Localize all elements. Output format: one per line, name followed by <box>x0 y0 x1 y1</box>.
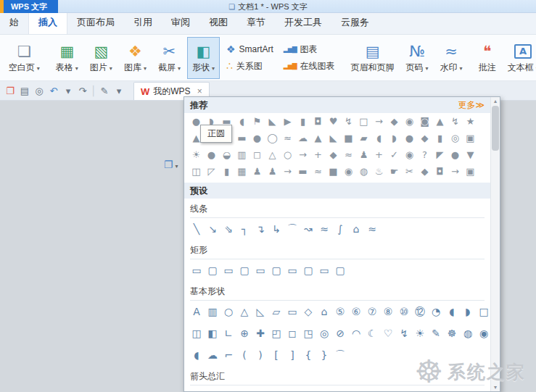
shape-icon[interactable]: ▭ <box>284 262 300 279</box>
shape-icon[interactable]: ▣ <box>463 164 478 179</box>
tab-section[interactable]: 章节 <box>237 12 275 34</box>
watermark-button[interactable]: ≈ 水印▾ <box>435 37 468 79</box>
shape-icon[interactable]: ⑩ <box>396 303 412 320</box>
shape-icon[interactable]: ∫ <box>332 220 348 238</box>
shape-icon[interactable]: ◖ <box>234 114 250 129</box>
shape-icon[interactable]: ◫ <box>189 164 204 179</box>
shape-icon[interactable]: ⇦ <box>205 388 220 391</box>
shape-icon[interactable]: ◖ <box>444 303 460 320</box>
shape-icon[interactable]: ◍ <box>460 325 476 342</box>
shape-icon[interactable]: ◧ <box>205 325 220 342</box>
shape-icon[interactable]: ⇧ <box>220 388 236 391</box>
shape-icon[interactable]: ★ <box>463 114 478 129</box>
shape-icon[interactable]: ╲ <box>189 220 205 238</box>
shape-icon[interactable]: ◗ <box>460 303 476 320</box>
shape-icon[interactable]: ◉ <box>402 147 417 162</box>
shape-icon[interactable]: ▣ <box>463 130 478 146</box>
shape-icon[interactable]: ↳ <box>268 220 284 238</box>
shape-icon[interactable]: ◻ <box>284 325 300 342</box>
shape-icon[interactable]: ◖ <box>189 346 205 364</box>
shape-icon[interactable]: ▢ <box>268 262 284 279</box>
shape-icon[interactable]: ● <box>204 147 219 162</box>
shape-icon[interactable]: ◇ <box>300 303 316 320</box>
scrollbar-thumb[interactable] <box>492 106 499 151</box>
shape-icon[interactable]: ■ <box>326 164 341 179</box>
shape-icon[interactable]: ▢ <box>332 262 348 279</box>
tab-home-partial[interactable]: 始 <box>0 12 28 34</box>
shape-icon[interactable]: ◘ <box>432 164 448 179</box>
shape-icon[interactable]: ◻ <box>250 147 265 162</box>
shape-icon[interactable]: ⑧ <box>380 303 396 320</box>
comment-button[interactable]: ❝ 批注 <box>474 37 501 79</box>
shape-icon[interactable]: ▲ <box>310 130 326 146</box>
shape-icon[interactable]: △ <box>265 147 280 162</box>
shape-icon[interactable]: ♥ <box>326 114 341 129</box>
shape-icon[interactable]: ◎ <box>448 130 463 146</box>
shape-icon[interactable]: ⊘ <box>332 325 348 342</box>
shape-icon[interactable]: { <box>300 346 316 364</box>
tab-review[interactable]: 审阅 <box>162 12 199 34</box>
shape-icon[interactable]: + <box>371 147 387 162</box>
shape-icon[interactable]: ⇩ <box>236 388 252 391</box>
shape-icon[interactable]: ◠ <box>348 325 364 342</box>
textbox-button[interactable]: A 文本框▾ <box>503 37 536 79</box>
shape-icon[interactable]: □ <box>356 114 371 129</box>
shape-icon[interactable]: ☁ <box>295 130 310 146</box>
shape-icon[interactable]: ◰ <box>268 325 284 342</box>
shape-icon[interactable]: → <box>448 164 463 179</box>
shape-icon[interactable]: ↪ <box>396 388 412 391</box>
shape-icon[interactable]: ♟ <box>250 164 265 179</box>
scroll-up-icon[interactable]: ▴ <box>491 98 500 104</box>
shape-icon[interactable]: ▬ <box>234 130 250 146</box>
shape-icon[interactable]: ↴ <box>364 388 380 391</box>
shape-icon[interactable]: ◆ <box>417 164 432 179</box>
shape-icon[interactable]: ⊕ <box>236 325 252 342</box>
shape-icon[interactable]: ↲ <box>332 388 348 391</box>
shape-icon[interactable]: ? <box>417 147 432 162</box>
shape-icon[interactable]: ⑤ <box>332 303 348 320</box>
shape-icon[interactable]: ◆ <box>387 114 402 129</box>
tab-cloud[interactable]: 云服务 <box>331 12 379 34</box>
scroll-down-icon[interactable]: ▾ <box>491 384 500 391</box>
shape-icon[interactable]: ☸ <box>444 325 460 342</box>
shape-icon[interactable]: ◍ <box>356 164 371 179</box>
format-painter-dropdown-icon[interactable]: ▾ <box>112 86 126 96</box>
shape-icon[interactable]: → <box>280 164 295 179</box>
shape-icon[interactable]: ▲ <box>432 114 448 129</box>
shape-icon[interactable]: ↝ <box>300 220 316 238</box>
chart-button[interactable]: ▂▅▇ 图表 <box>284 43 335 56</box>
shape-icon[interactable]: ◉ <box>402 114 417 129</box>
shape-icon[interactable]: ◳ <box>300 325 316 342</box>
shape-icon[interactable]: ↴ <box>252 220 268 238</box>
shape-icon[interactable]: ∟ <box>220 325 236 342</box>
quickbar-separator[interactable]: │ <box>90 86 97 96</box>
tab-developer[interactable]: 开发工具 <box>275 12 331 34</box>
shape-icon[interactable]: ] <box>284 346 300 364</box>
shape-icon[interactable]: ◙ <box>417 114 432 129</box>
shape-icon[interactable]: ✎ <box>428 325 444 342</box>
paste-options-button[interactable]: ❐▾ <box>164 159 178 170</box>
shape-icon[interactable]: ↵ <box>380 388 396 391</box>
gallery-button[interactable]: ❖ 图库▾ <box>119 37 152 79</box>
shape-icon[interactable]: ▱ <box>268 303 284 320</box>
shape-icon[interactable]: ♟ <box>265 164 280 179</box>
shapes-button[interactable]: ◧ 形状▾ <box>187 37 220 79</box>
shape-icon[interactable]: ⌒ <box>332 346 348 364</box>
shape-icon[interactable]: ↯ <box>341 114 356 129</box>
shape-icon[interactable]: ▥ <box>205 303 220 320</box>
shape-icon[interactable]: ≈ <box>316 220 332 238</box>
shape-icon[interactable]: ◉ <box>476 325 490 342</box>
shape-icon[interactable]: ⇘ <box>444 388 460 391</box>
shape-icon[interactable]: → <box>295 147 310 162</box>
shape-icon[interactable]: ≈ <box>280 130 295 146</box>
shape-icon[interactable]: ✂ <box>402 164 417 179</box>
header-footer-button[interactable]: ▤ 页眉和页脚 <box>346 37 400 79</box>
shape-icon[interactable]: ▶ <box>280 114 295 129</box>
shape-icon[interactable]: ⌐ <box>220 346 236 364</box>
shape-icon[interactable]: ◒ <box>219 147 234 162</box>
shape-icon[interactable]: ┐ <box>236 220 252 238</box>
shape-icon[interactable]: ⚑ <box>250 114 265 129</box>
shape-icon[interactable]: ◺ <box>252 303 268 320</box>
shape-icon[interactable]: ◯ <box>265 130 280 146</box>
undo-icon[interactable]: ↶ <box>46 86 61 96</box>
